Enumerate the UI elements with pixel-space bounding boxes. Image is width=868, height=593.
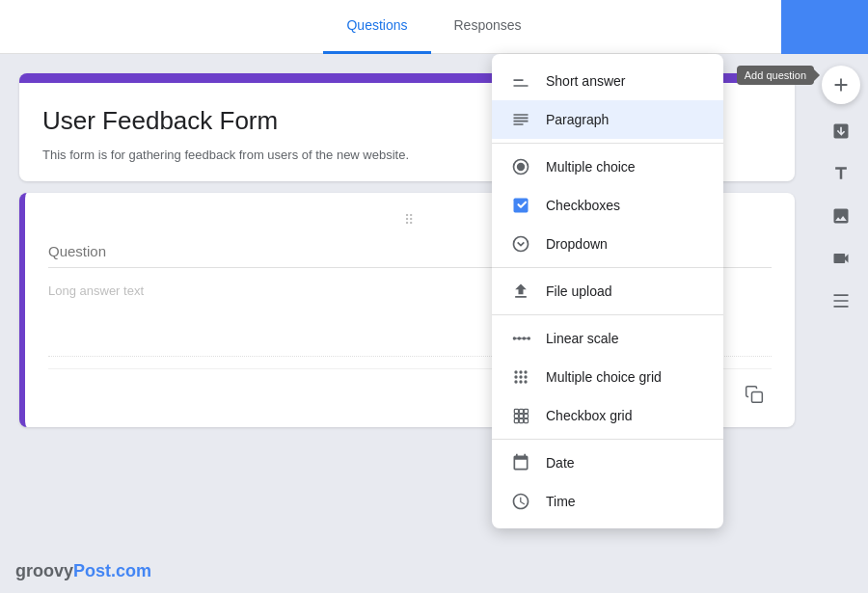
svg-rect-23 bbox=[519, 414, 523, 418]
svg-rect-0 bbox=[752, 392, 763, 403]
dropdown-label: Dropdown bbox=[546, 236, 608, 252]
file-upload-icon bbox=[511, 282, 530, 301]
svg-point-4 bbox=[514, 237, 529, 252]
divider-2 bbox=[492, 267, 723, 268]
multiple-choice-grid-label: Multiple choice grid bbox=[546, 369, 662, 385]
tab-responses[interactable]: Responses bbox=[431, 0, 545, 54]
menu-item-date[interactable]: Date bbox=[492, 444, 723, 482]
header: Questions Responses bbox=[0, 0, 868, 54]
watermark-prefix: groovy bbox=[15, 561, 73, 580]
menu-item-multiple-choice[interactable]: Multiple choice bbox=[492, 148, 723, 186]
checkbox-grid-icon bbox=[511, 406, 530, 425]
divider-4 bbox=[492, 439, 723, 440]
right-sidebar: Add question bbox=[814, 54, 868, 593]
dropdown-icon bbox=[511, 234, 530, 254]
svg-point-13 bbox=[514, 375, 517, 378]
watermark-suffix: Post.com bbox=[73, 561, 151, 580]
short-answer-label: Short answer bbox=[546, 73, 625, 89]
svg-rect-22 bbox=[514, 414, 518, 418]
menu-item-checkboxes[interactable]: Checkboxes bbox=[492, 186, 723, 225]
copy-button[interactable] bbox=[737, 377, 772, 412]
add-video-button[interactable] bbox=[822, 239, 860, 278]
checkbox-grid-label: Checkbox grid bbox=[546, 408, 633, 423]
menu-item-linear-scale[interactable]: Linear scale bbox=[492, 319, 723, 358]
menu-item-multiple-choice-grid[interactable]: Multiple choice grid bbox=[492, 358, 723, 396]
divider-3 bbox=[492, 314, 723, 315]
menu-item-time[interactable]: Time bbox=[492, 482, 723, 521]
add-question-button[interactable] bbox=[822, 66, 860, 104]
linear-scale-label: Linear scale bbox=[546, 331, 619, 346]
svg-rect-24 bbox=[524, 414, 528, 418]
svg-point-18 bbox=[524, 380, 527, 383]
checkboxes-icon bbox=[511, 196, 530, 215]
svg-point-11 bbox=[519, 370, 522, 373]
multiple-choice-icon bbox=[511, 157, 530, 176]
divider-1 bbox=[492, 143, 723, 144]
svg-point-10 bbox=[514, 370, 517, 373]
tab-questions[interactable]: Questions bbox=[323, 0, 430, 54]
menu-item-dropdown[interactable]: Dropdown bbox=[492, 225, 723, 263]
svg-point-17 bbox=[519, 380, 522, 383]
paragraph-icon bbox=[511, 110, 530, 129]
multiple-choice-label: Multiple choice bbox=[546, 159, 636, 175]
menu-item-paragraph[interactable]: Paragraph bbox=[492, 100, 723, 139]
type-dropdown-menu: Short answer Paragraph Multiple choice bbox=[492, 54, 723, 528]
svg-rect-21 bbox=[524, 409, 528, 413]
menu-item-file-upload[interactable]: File upload bbox=[492, 272, 723, 310]
svg-rect-3 bbox=[514, 199, 529, 213]
add-title-button[interactable] bbox=[822, 154, 860, 193]
menu-item-short-answer[interactable]: Short answer bbox=[492, 62, 723, 100]
watermark: groovyPost.com bbox=[15, 561, 151, 581]
time-label: Time bbox=[546, 494, 576, 509]
add-question-tooltip: Add question bbox=[737, 66, 814, 85]
paragraph-label: Paragraph bbox=[546, 112, 609, 127]
date-label: Date bbox=[546, 455, 575, 471]
multiple-choice-grid-icon bbox=[511, 367, 530, 387]
time-icon bbox=[511, 492, 530, 511]
svg-rect-20 bbox=[519, 409, 523, 413]
svg-rect-27 bbox=[524, 418, 528, 422]
add-image-button[interactable] bbox=[822, 197, 860, 235]
svg-point-16 bbox=[514, 380, 517, 383]
main-area: User Feedback Form This form is for gath… bbox=[0, 54, 868, 593]
short-answer-icon bbox=[511, 71, 530, 91]
svg-rect-19 bbox=[514, 409, 518, 413]
tabs: Questions Responses bbox=[323, 0, 544, 54]
svg-point-2 bbox=[517, 163, 525, 171]
file-upload-label: File upload bbox=[546, 283, 612, 299]
svg-point-12 bbox=[524, 370, 527, 373]
add-section-button[interactable] bbox=[822, 282, 860, 320]
svg-rect-26 bbox=[519, 418, 523, 422]
date-icon bbox=[511, 453, 530, 472]
checkboxes-label: Checkboxes bbox=[546, 198, 620, 213]
svg-rect-25 bbox=[514, 418, 518, 422]
import-questions-button[interactable] bbox=[822, 112, 860, 150]
menu-item-checkbox-grid[interactable]: Checkbox grid bbox=[492, 396, 723, 435]
svg-point-15 bbox=[524, 375, 527, 378]
linear-scale-icon bbox=[511, 329, 530, 348]
svg-point-14 bbox=[519, 375, 522, 378]
header-accent bbox=[781, 0, 868, 54]
